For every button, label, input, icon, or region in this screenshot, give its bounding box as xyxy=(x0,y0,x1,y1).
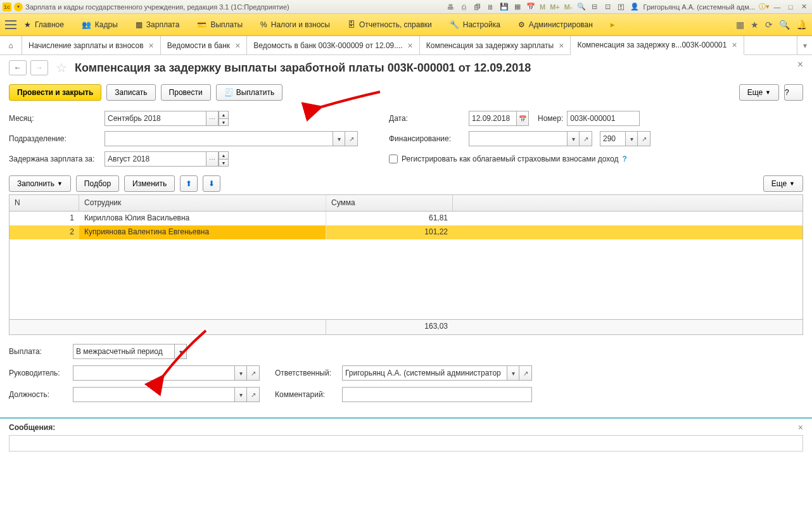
tb-mminus[interactable]: M- xyxy=(563,3,574,11)
table-row-selected[interactable]: 2 Куприянова Валентина Евгеньевна 101,22 xyxy=(10,225,802,239)
tb-preview-icon[interactable]: ⎙ xyxy=(459,2,470,12)
tabs-more-icon[interactable]: ▾ xyxy=(797,36,812,54)
tb-m[interactable]: M xyxy=(538,3,547,11)
close-icon[interactable]: × xyxy=(559,41,564,51)
messages-body[interactable] xyxy=(9,435,803,452)
payment-select[interactable]: В межрасчетный период xyxy=(73,344,174,359)
head-drop-button[interactable]: ▾ xyxy=(234,365,247,381)
history-icon[interactable]: ⟳ xyxy=(765,20,773,30)
form-close-icon[interactable]: × xyxy=(797,59,803,70)
grid-icon[interactable]: ▦ xyxy=(736,20,744,30)
table-more-button[interactable]: Еще ▼ xyxy=(763,175,803,192)
delayed-ellipsis-button[interactable]: ⋯ xyxy=(206,151,219,167)
dept-open-button[interactable]: ↗ xyxy=(345,131,358,146)
fin-open-button[interactable]: ↗ xyxy=(580,131,592,146)
tab-4-active[interactable]: Компенсация за задержку в...003К-000001× xyxy=(571,36,744,55)
tab-0[interactable]: Начисление зарплаты и взносов× xyxy=(22,36,161,54)
tb-print-icon[interactable]: 🖶 xyxy=(445,2,457,12)
tb-copy-icon[interactable]: 🗐 xyxy=(472,2,483,12)
tb-back-icon[interactable]: ⊟ xyxy=(589,2,600,12)
help-hint-icon[interactable]: ? xyxy=(623,155,627,163)
month-input[interactable]: Сентябрь 2018 xyxy=(105,111,206,126)
resp-drop-button[interactable]: ▾ xyxy=(507,365,519,381)
date-picker-button[interactable]: 📅 xyxy=(516,111,529,126)
post-and-close-button[interactable]: Провести и закрыть xyxy=(9,84,101,101)
nav-settings[interactable]: 🔧Настройка xyxy=(450,20,500,29)
help-button[interactable]: ? xyxy=(784,84,803,101)
month-down-button[interactable]: ▼ xyxy=(219,118,229,126)
nav-kadry[interactable]: 👥Кадры xyxy=(82,20,118,29)
tb-mplus[interactable]: M+ xyxy=(549,3,561,11)
window-maximize-icon[interactable]: □ xyxy=(785,2,796,12)
delayed-up-button[interactable]: ▲ xyxy=(219,151,229,159)
pay-button[interactable]: 🧾Выплатить xyxy=(216,84,283,101)
favorite-icon[interactable]: ★ xyxy=(751,20,759,30)
close-icon[interactable]: × xyxy=(408,41,413,51)
nav-main[interactable]: ★Главное xyxy=(24,20,64,29)
tb-calendar-icon[interactable]: 📅 xyxy=(525,2,536,12)
tb-doc-icon[interactable]: 🗎 xyxy=(485,2,497,12)
fin-code-input[interactable]: 290 xyxy=(600,131,625,146)
tab-2[interactable]: Ведомость в банк 003К-000009 от 12.09...… xyxy=(247,36,419,54)
register-tax-checkbox[interactable] xyxy=(389,155,398,163)
tab-3[interactable]: Компенсация за задержку зарплаты× xyxy=(420,36,571,54)
nav-admin[interactable]: ⚙Администрирован xyxy=(518,20,593,29)
delayed-input[interactable]: Август 2018 xyxy=(105,151,206,167)
nav-reports[interactable]: 🗄Отчетность, справки xyxy=(348,20,432,29)
month-ellipsis-button[interactable]: ⋯ xyxy=(206,111,219,126)
nav-nalogi[interactable]: %Налоги и взносы xyxy=(260,20,330,29)
window-minimize-icon[interactable]: — xyxy=(771,2,783,12)
pos-drop-button[interactable]: ▾ xyxy=(234,387,247,402)
pos-input[interactable] xyxy=(73,387,234,402)
pick-button[interactable]: Подбор xyxy=(76,175,119,192)
table-row[interactable]: 1 Кириллова Юлия Васильевна 61,81 xyxy=(10,212,802,225)
col-emp-header[interactable]: Сотрудник xyxy=(79,195,326,211)
tb-key-icon[interactable]: ⚿ xyxy=(616,2,627,12)
home-tab[interactable]: ⌂ xyxy=(0,36,22,54)
payment-drop-button[interactable]: ▾ xyxy=(174,344,187,359)
resp-open-button[interactable]: ↗ xyxy=(519,365,532,381)
more-button[interactable]: Еще ▼ xyxy=(739,84,779,101)
fin-drop-button[interactable]: ▾ xyxy=(567,131,580,146)
close-icon[interactable]: × xyxy=(235,41,240,51)
tb-zoom-icon[interactable]: 🔍 xyxy=(576,2,587,12)
write-button[interactable]: Записать xyxy=(106,84,155,101)
bell-icon[interactable]: 🔔 xyxy=(796,20,807,30)
col-n-header[interactable]: N xyxy=(10,195,79,211)
messages-close-icon[interactable]: × xyxy=(798,422,803,433)
nav-more-arrow-icon[interactable]: ▸ xyxy=(611,20,614,29)
nav-back-button[interactable]: ← xyxy=(9,60,27,75)
month-up-button[interactable]: ▲ xyxy=(219,111,229,118)
dept-drop-button[interactable]: ▾ xyxy=(333,131,345,146)
head-input[interactable] xyxy=(73,365,234,381)
resp-input[interactable]: Григорьянц А.А. (системный администратор xyxy=(342,365,507,381)
tb-save-icon[interactable]: 💾 xyxy=(498,2,510,12)
nav-zarplata[interactable]: ▦Зарплата xyxy=(136,20,180,29)
search-icon[interactable]: 🔍 xyxy=(779,20,790,30)
window-close-icon[interactable]: ✕ xyxy=(798,2,809,12)
comment-input[interactable] xyxy=(342,387,532,402)
close-icon[interactable]: × xyxy=(149,41,154,51)
head-open-button[interactable]: ↗ xyxy=(247,365,260,381)
col-sum-header[interactable]: Сумма xyxy=(326,195,453,211)
close-icon[interactable]: × xyxy=(732,40,737,50)
pos-open-button[interactable]: ↗ xyxy=(247,387,260,402)
tb-user-name[interactable]: Григорьянц А.А. (системный адм... xyxy=(644,3,755,11)
tb-forward-icon[interactable]: ⊡ xyxy=(602,2,614,12)
nav-vyplaty[interactable]: 💳Выплаты xyxy=(197,20,243,29)
delayed-down-button[interactable]: ▼ xyxy=(219,159,229,167)
tb-calc-icon[interactable]: ▦ xyxy=(512,2,523,12)
move-down-button[interactable]: ⬇ xyxy=(203,175,220,192)
tab-1[interactable]: Ведомости в банк× xyxy=(161,36,248,54)
number-input[interactable]: 003К-000001 xyxy=(567,111,640,126)
tb-info-icon[interactable]: ⓘ▾ xyxy=(758,2,770,12)
dept-input[interactable] xyxy=(105,131,333,146)
post-button[interactable]: Провести xyxy=(161,84,211,101)
app-menu-drop-icon[interactable]: ▾ xyxy=(14,3,23,11)
hamburger-icon[interactable] xyxy=(5,20,16,29)
date-input[interactable]: 12.09.2018 xyxy=(469,111,516,126)
fin-code-drop-button[interactable]: ▾ xyxy=(625,131,638,146)
move-up-button[interactable]: ⬆ xyxy=(180,175,198,192)
edit-button[interactable]: Изменить xyxy=(124,175,175,192)
fin-code-open-button[interactable]: ↗ xyxy=(638,131,650,146)
